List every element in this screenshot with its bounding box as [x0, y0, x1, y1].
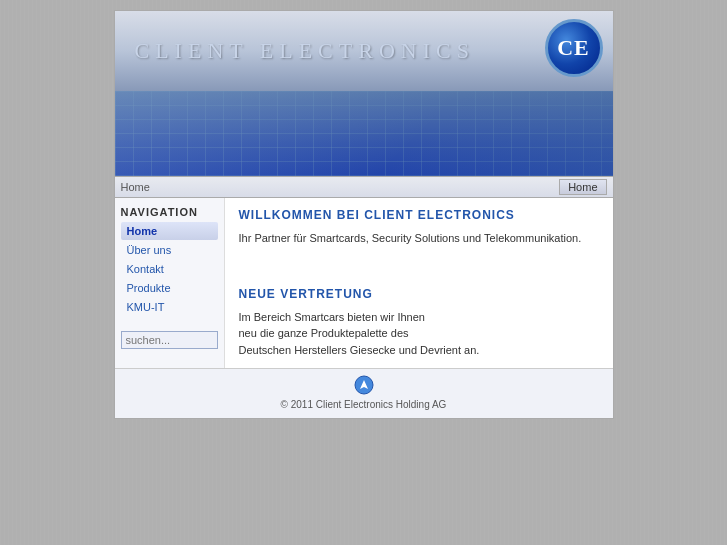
sidebar-item-home[interactable]: Home — [121, 222, 218, 240]
footer-icon — [354, 375, 374, 395]
footer: © 2011 Client Electronics Holding AG — [115, 368, 613, 418]
welcome-text: Ihr Partner für Smartcards, Security Sol… — [239, 230, 599, 247]
nav-title: NAVIGATION — [121, 206, 218, 218]
header: CLIENT ELECTRONICS CE — [115, 11, 613, 91]
welcome-title: WILLKOMMEN BEI CLIENT ELECTRONICS — [239, 208, 599, 222]
search-input[interactable] — [121, 331, 218, 349]
main-container: CLIENT ELECTRONICS CE Home Home NAVIGATI… — [114, 10, 614, 419]
neue-title: NEUE VERTRETUNG — [239, 287, 599, 301]
building-reflection — [115, 91, 613, 176]
sidebar: NAVIGATION Home Über uns Kontakt Produkt… — [115, 198, 225, 368]
building-banner — [115, 91, 613, 176]
content-wrapper: NAVIGATION Home Über uns Kontakt Produkt… — [115, 198, 613, 368]
sidebar-item-ueber-uns[interactable]: Über uns — [121, 241, 218, 259]
sidebar-item-kmu-it[interactable]: KMU-IT — [121, 298, 218, 316]
breadcrumb-bar: Home Home — [115, 176, 613, 198]
logo-text: CE — [557, 35, 590, 61]
sidebar-item-kontakt[interactable]: Kontakt — [121, 260, 218, 278]
footer-text: © 2011 Client Electronics Holding AG — [115, 399, 613, 410]
breadcrumb-home: Home — [121, 181, 150, 193]
main-content: WILLKOMMEN BEI CLIENT ELECTRONICS Ihr Pa… — [225, 198, 613, 368]
sidebar-item-produkte[interactable]: Produkte — [121, 279, 218, 297]
header-title: CLIENT ELECTRONICS — [135, 38, 475, 64]
logo-badge: CE — [545, 19, 603, 77]
breadcrumb-home-button[interactable]: Home — [559, 179, 606, 195]
neue-text: Im Bereich Smartcars bieten wir Ihnenneu… — [239, 309, 599, 359]
